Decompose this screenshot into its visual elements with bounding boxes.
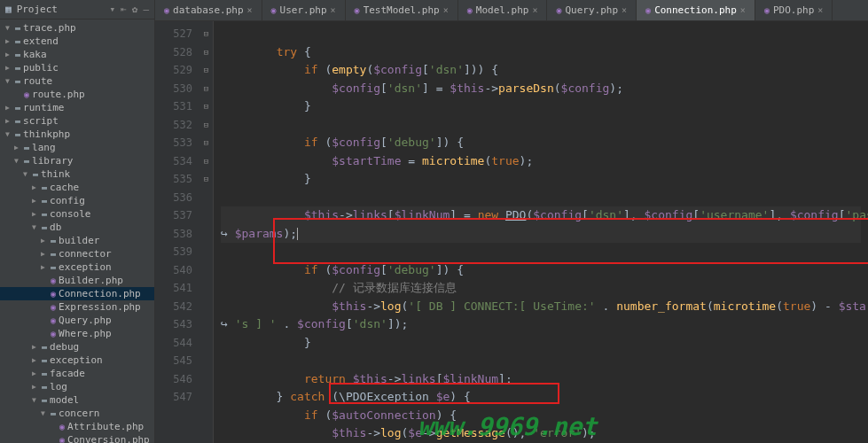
sidebar-hide-icon[interactable]: — xyxy=(143,4,149,15)
close-icon[interactable]: × xyxy=(247,5,253,15)
tree-item[interactable]: ◉Attribute.php xyxy=(0,420,154,433)
tree-arrow-icon[interactable]: ▶ xyxy=(5,104,12,112)
code-line[interactable]: $startTime = microtime(true); xyxy=(221,152,861,171)
tree-item[interactable]: ▶▬extend xyxy=(0,35,154,48)
code-line[interactable]: if ($config['debug']) { xyxy=(221,134,861,152)
tree-item[interactable]: ▶▬cache xyxy=(0,181,154,194)
tree-arrow-icon[interactable]: ▶ xyxy=(32,383,39,391)
project-tree[interactable]: ▼▬trace.php▶▬extend▶▬kaka▶▬public▼▬route… xyxy=(0,19,154,443)
code-line[interactable]: $this->links[$linkNum] = new PDO($config… xyxy=(221,206,861,225)
tree-arrow-icon[interactable]: ▶ xyxy=(41,250,48,258)
tree-arrow-icon[interactable]: ▼ xyxy=(32,223,39,231)
code-line[interactable]: $config['dsn'] = $this->parseDsn($config… xyxy=(221,80,861,98)
tree-item[interactable]: ▶▬connector xyxy=(0,247,154,260)
fold-marker[interactable]: ⊟ xyxy=(199,43,213,62)
tree-item[interactable]: ▶▬lang xyxy=(0,141,154,154)
close-icon[interactable]: × xyxy=(331,5,336,15)
tree-item[interactable]: ▶▬console xyxy=(0,207,154,221)
tree-item[interactable]: ▼▬trace.php xyxy=(0,21,154,35)
tree-item[interactable]: ◉Builder.php xyxy=(0,274,154,287)
tree-item[interactable]: ▶▬builder xyxy=(0,234,154,247)
tree-item[interactable]: ▼▬model xyxy=(0,393,154,407)
tab-user[interactable]: ◉User.php× xyxy=(262,0,346,20)
tree-arrow-icon[interactable]: ▼ xyxy=(5,77,12,85)
fold-marker[interactable]: ⊟ xyxy=(199,152,213,171)
tree-item[interactable]: ▶▬exception xyxy=(0,354,154,367)
tree-arrow-icon[interactable]: ▶ xyxy=(41,263,48,271)
fold-marker[interactable]: ⊟ xyxy=(199,170,213,189)
fold-marker[interactable]: ⊟ xyxy=(199,25,213,43)
close-icon[interactable]: × xyxy=(740,5,746,15)
code-line[interactable]: } xyxy=(221,334,861,353)
code-line[interactable] xyxy=(221,116,861,135)
tree-item[interactable]: ▶▬debug xyxy=(0,340,154,354)
tree-arrow-icon[interactable]: ▼ xyxy=(5,24,12,32)
tree-item[interactable]: ▶▬kaka xyxy=(0,48,154,61)
tree-arrow-icon[interactable]: ▶ xyxy=(5,51,12,58)
code-line[interactable] xyxy=(221,25,861,43)
tree-item[interactable]: ◉Connection.php xyxy=(0,287,154,300)
tree-item[interactable]: ▶▬facade xyxy=(0,367,154,380)
code-line[interactable]: $this->log($e->getMessage(), 'error'); xyxy=(221,424,861,443)
sidebar-settings-icon[interactable]: ✿ xyxy=(132,4,138,15)
code-line[interactable] xyxy=(221,189,861,207)
tab-testmodel[interactable]: ◉TestModel.php× xyxy=(346,0,458,20)
tree-arrow-icon[interactable]: ▶ xyxy=(5,37,12,45)
tree-item[interactable]: ◉route.php xyxy=(0,88,154,101)
code-line[interactable]: if ($config['debug']) { xyxy=(221,261,861,280)
tree-item[interactable]: ▶▬public xyxy=(0,61,154,74)
tree-item[interactable]: ▼▬thinkphp xyxy=(0,128,154,141)
tree-item[interactable]: ▶▬runtime xyxy=(0,101,154,114)
tree-arrow-icon[interactable]: ▶ xyxy=(5,64,12,72)
code-line[interactable]: ↪ $params); xyxy=(221,225,861,244)
tree-item[interactable]: ▼▬library xyxy=(0,154,154,167)
tree-item[interactable]: ▼▬db xyxy=(0,221,154,234)
tree-arrow-icon[interactable]: ▼ xyxy=(23,170,30,178)
close-icon[interactable]: × xyxy=(622,5,627,15)
tree-arrow-icon[interactable]: ▶ xyxy=(32,183,39,191)
tree-arrow-icon[interactable]: ▶ xyxy=(5,117,12,125)
code-line[interactable]: return $this->links[$linkNum]; xyxy=(221,370,861,389)
code-line[interactable]: } catch (\PDOException $e) { xyxy=(221,388,861,407)
fold-marker[interactable]: ⊟ xyxy=(199,116,213,135)
tree-arrow-icon[interactable]: ▼ xyxy=(41,409,48,417)
close-icon[interactable]: × xyxy=(532,5,537,15)
code-line[interactable] xyxy=(221,352,861,370)
code-area[interactable]: try { if (empty($config['dsn'])) { $conf… xyxy=(214,21,868,443)
fold-marker[interactable]: ⊟ xyxy=(199,134,213,152)
tree-item[interactable]: ▶▬config xyxy=(0,194,154,207)
tab-pdo[interactable]: ◉PDO.php× xyxy=(755,0,833,20)
fold-marker[interactable]: ⊟ xyxy=(199,80,213,98)
tree-arrow-icon[interactable]: ▶ xyxy=(32,369,39,377)
tree-item[interactable]: ◉Where.php xyxy=(0,327,154,340)
code-line[interactable]: $this->log('[ DB ] CONNECT:[ UseTime:' .… xyxy=(221,298,861,316)
fold-marker[interactable]: ⊟ xyxy=(199,61,213,80)
sidebar-dropdown-icon[interactable]: ▾ xyxy=(110,4,116,15)
tree-item[interactable]: ◉Query.php xyxy=(0,314,154,327)
code-line[interactable]: ↪ 's ] ' . $config['dsn']); xyxy=(221,315,861,334)
tree-item[interactable]: ▼▬think xyxy=(0,167,154,181)
tree-arrow-icon[interactable]: ▶ xyxy=(41,237,48,245)
code-editor[interactable]: 5275285295305315325335345355365375385395… xyxy=(155,21,868,443)
tree-arrow-icon[interactable]: ▼ xyxy=(5,130,12,138)
code-line[interactable]: } xyxy=(221,170,861,189)
code-line[interactable]: if (empty($config['dsn'])) { xyxy=(221,61,861,80)
fold-gutter[interactable]: ⊟⊟⊟⊟⊟⊟⊟⊟⊟ xyxy=(199,21,214,443)
tree-item[interactable]: ◉Conversion.php xyxy=(0,433,154,443)
tree-arrow-icon[interactable]: ▶ xyxy=(32,343,39,351)
tree-arrow-icon[interactable]: ▼ xyxy=(14,157,21,165)
fold-marker[interactable]: ⊟ xyxy=(199,97,213,116)
code-line[interactable]: if ($autoConnection) { xyxy=(221,407,861,425)
sidebar-collapse-icon[interactable]: ⇤ xyxy=(121,4,127,15)
tree-item[interactable]: ▼▬route xyxy=(0,74,154,88)
tab-connection[interactable]: ◉Connection.php× xyxy=(637,0,755,20)
code-line[interactable]: // 记录数据库连接信息 xyxy=(221,279,861,298)
code-line[interactable]: } xyxy=(221,97,861,116)
tree-arrow-icon[interactable]: ▶ xyxy=(32,210,39,218)
code-line[interactable] xyxy=(221,243,861,261)
code-line[interactable]: try { xyxy=(221,43,861,62)
close-icon[interactable]: × xyxy=(443,5,449,15)
tree-arrow-icon[interactable]: ▶ xyxy=(32,356,39,364)
tree-item[interactable]: ◉Expression.php xyxy=(0,300,154,314)
tree-item[interactable]: ▶▬log xyxy=(0,380,154,393)
